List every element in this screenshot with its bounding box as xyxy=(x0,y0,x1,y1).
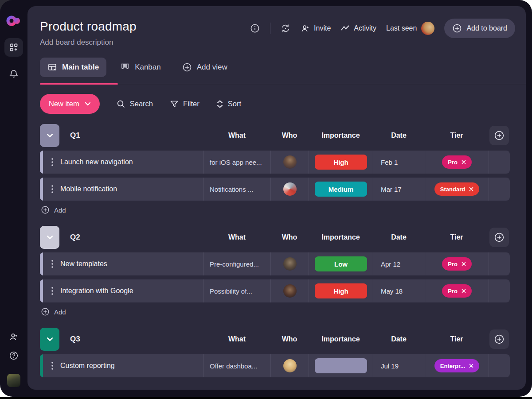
collapse-group-button[interactable] xyxy=(40,226,59,249)
column-header-importance[interactable]: Importance xyxy=(309,233,373,241)
row-menu-button[interactable] xyxy=(51,158,53,166)
help-button[interactable] xyxy=(4,346,23,365)
new-item-button[interactable]: New item xyxy=(40,94,100,114)
group-title[interactable]: Q3 xyxy=(70,335,80,344)
add-item-button[interactable]: Add xyxy=(41,205,510,214)
tier-badge[interactable]: Enterpr... xyxy=(434,359,479,372)
plaky-logo-icon[interactable] xyxy=(6,14,21,27)
assignee-avatar[interactable] xyxy=(283,257,297,271)
activity-button[interactable]: Activity xyxy=(340,24,376,32)
close-icon[interactable] xyxy=(462,262,466,266)
column-header-tier[interactable]: Tier xyxy=(425,132,489,139)
column-header-importance[interactable]: Importance xyxy=(309,335,373,343)
close-icon[interactable] xyxy=(469,187,473,191)
add-column-button[interactable] xyxy=(489,228,509,247)
tier-badge[interactable]: Pro xyxy=(442,155,472,169)
close-icon[interactable] xyxy=(462,289,466,293)
column-header-tier[interactable]: Tier xyxy=(425,233,489,241)
cell-what[interactable]: for iOS app nee... xyxy=(203,151,270,174)
cell-importance[interactable]: High xyxy=(309,151,373,174)
row-menu-button[interactable] xyxy=(51,185,53,193)
cell-importance[interactable]: Low xyxy=(309,252,373,275)
tier-badge[interactable]: Standard xyxy=(434,182,479,196)
assignee-avatar[interactable] xyxy=(283,284,297,298)
table-row[interactable]: Custom reporting Offer dashboa... Jul 19… xyxy=(40,354,510,377)
row-menu-button[interactable] xyxy=(51,362,53,370)
column-header-who[interactable]: Who xyxy=(270,233,309,241)
importance-badge[interactable]: High xyxy=(315,283,367,298)
assignee-avatar[interactable] xyxy=(283,359,297,372)
cell-what[interactable]: Possibility of... xyxy=(203,279,270,302)
cell-importance[interactable]: High xyxy=(309,279,373,302)
close-icon[interactable] xyxy=(462,160,466,164)
table-row[interactable]: Mobile notification Notifications ... Me… xyxy=(40,178,510,201)
tab-kanban[interactable]: Kanban xyxy=(113,58,168,77)
column-header-who[interactable]: Who xyxy=(270,132,309,139)
column-header-date[interactable]: Date xyxy=(373,233,425,241)
group-title[interactable]: Q1 xyxy=(70,131,80,140)
tab-main-table[interactable]: Main table xyxy=(40,58,106,77)
item-name[interactable]: New templates xyxy=(60,260,107,268)
column-header-tier[interactable]: Tier xyxy=(425,335,489,343)
column-header-date[interactable]: Date xyxy=(373,132,425,139)
cell-what[interactable]: Notifications ... xyxy=(203,178,270,201)
item-name[interactable]: Mobile notification xyxy=(60,185,117,193)
cell-who[interactable] xyxy=(270,151,309,174)
item-name[interactable]: Integration with Google xyxy=(60,287,133,295)
search-button[interactable]: Search xyxy=(117,100,153,108)
cell-date[interactable]: Mar 17 xyxy=(373,178,425,201)
board-description-placeholder[interactable]: Add board description xyxy=(40,38,515,47)
user-avatar[interactable] xyxy=(7,374,20,387)
cell-date[interactable]: Apr 12 xyxy=(373,252,425,275)
cell-tier[interactable]: Pro xyxy=(425,279,489,302)
tier-badge[interactable]: Pro xyxy=(442,257,472,271)
invite-button[interactable]: Invite xyxy=(301,24,331,33)
importance-badge[interactable]: Medium xyxy=(315,182,367,197)
item-name[interactable]: Launch new navigation xyxy=(60,158,133,166)
assignee-avatar[interactable] xyxy=(283,182,297,196)
notifications-button[interactable] xyxy=(4,65,23,83)
invite-people-button[interactable] xyxy=(4,328,23,346)
item-name[interactable]: Custom reporting xyxy=(60,362,115,370)
cell-who[interactable] xyxy=(270,354,309,377)
cell-who[interactable] xyxy=(270,279,309,302)
table-row[interactable]: Launch new navigation for iOS app nee...… xyxy=(40,151,510,174)
cell-tier[interactable]: Pro xyxy=(425,252,489,275)
cell-importance[interactable] xyxy=(309,354,373,377)
cell-date[interactable]: Feb 1 xyxy=(373,151,425,174)
collapse-group-button[interactable] xyxy=(40,124,59,147)
cell-who[interactable] xyxy=(270,252,309,275)
close-icon[interactable] xyxy=(469,364,473,368)
cell-importance[interactable]: Medium xyxy=(309,178,373,201)
cell-who[interactable] xyxy=(270,178,309,201)
importance-badge-empty[interactable] xyxy=(315,358,367,373)
table-row[interactable]: New templates Pre-configured... Low Apr … xyxy=(40,252,510,275)
cell-date[interactable]: Jul 19 xyxy=(373,354,425,377)
importance-badge[interactable]: Low xyxy=(315,256,367,271)
add-column-button[interactable] xyxy=(489,329,509,349)
last-seen-avatar[interactable] xyxy=(421,22,434,35)
add-item-button[interactable]: Add xyxy=(41,307,510,316)
sync-button[interactable] xyxy=(280,23,291,34)
add-to-board-button[interactable]: Add to board xyxy=(444,19,515,38)
table-row[interactable]: Integration with Google Possibility of..… xyxy=(40,279,510,302)
last-seen[interactable]: Last seen xyxy=(386,22,434,35)
collapse-group-button[interactable] xyxy=(40,328,59,351)
filter-button[interactable]: Filter xyxy=(170,100,200,108)
info-button[interactable] xyxy=(250,23,260,34)
assignee-avatar[interactable] xyxy=(283,155,297,169)
row-menu-button[interactable] xyxy=(51,260,53,268)
column-header-what[interactable]: What xyxy=(203,335,270,343)
row-menu-button[interactable] xyxy=(51,287,53,295)
column-header-what[interactable]: What xyxy=(203,132,270,139)
tier-badge[interactable]: Pro xyxy=(442,284,472,298)
sort-button[interactable]: Sort xyxy=(216,100,241,108)
column-header-who[interactable]: Who xyxy=(270,335,309,343)
add-column-button[interactable] xyxy=(489,126,509,145)
cell-what[interactable]: Offer dashboa... xyxy=(203,354,270,377)
cell-tier[interactable]: Pro xyxy=(425,151,489,174)
cell-what[interactable]: Pre-configured... xyxy=(203,252,270,275)
group-title[interactable]: Q2 xyxy=(70,233,80,242)
column-header-date[interactable]: Date xyxy=(373,335,425,343)
column-header-what[interactable]: What xyxy=(203,233,270,241)
